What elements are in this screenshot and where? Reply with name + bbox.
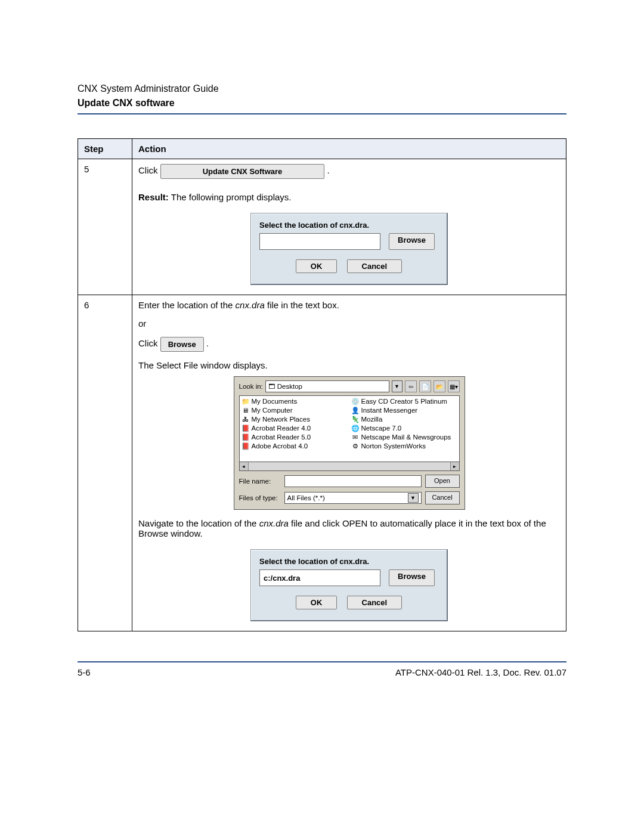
app-icon: 💿 <box>352 397 359 406</box>
browse-button[interactable]: Browse <box>160 337 204 352</box>
text: or <box>138 318 146 329</box>
folder-icon: 📁 <box>242 397 249 406</box>
up-folder-icon[interactable]: 📄 <box>419 380 431 392</box>
list-item[interactable]: 🖧My Network Places <box>242 415 347 424</box>
prompt-title: Select the location of cnx.dra. <box>259 557 438 566</box>
list-item[interactable]: 👤Instant Messenger <box>352 406 457 415</box>
text: . <box>206 338 209 348</box>
list-item-label: Easy CD Creator 5 Platinum <box>361 397 447 406</box>
app-icon: ⚙ <box>352 442 359 451</box>
list-item[interactable]: ⚙Norton SystemWorks <box>352 442 457 451</box>
table-row: 5 Click Update CNX Software . Result: Th… <box>78 159 566 295</box>
open-button[interactable]: Open <box>425 475 460 488</box>
filetype-label: Files of type: <box>239 494 281 501</box>
list-item[interactable]: 💿Easy CD Creator 5 Platinum <box>352 397 457 406</box>
scroll-left-icon[interactable]: ◂ <box>240 462 249 470</box>
list-item-label: Mozilla <box>361 415 383 424</box>
steps-table: Step Action 5 Click Update CNX Software … <box>78 138 566 631</box>
cancel-button[interactable]: Cancel <box>347 596 402 609</box>
list-item[interactable]: 📕Adobe Acrobat 4.0 <box>242 442 347 451</box>
list-item-label: Acrobat Reader 5.0 <box>252 433 311 442</box>
doc-info: ATP-CNX-040-01 Rel. 1.3, Doc. Rev. 01.07 <box>395 667 566 677</box>
step-action: Click Update CNX Software . Result: The … <box>132 159 566 295</box>
doc-header: CNX System Administrator Guide <box>78 83 566 94</box>
list-item[interactable]: 📁My Documents <box>242 397 347 406</box>
footer-rule <box>78 661 566 662</box>
filename-label: File name: <box>239 478 281 485</box>
list-item-label: Netscape Mail & Newsgroups <box>361 433 451 442</box>
text: Click <box>138 338 158 348</box>
list-item[interactable]: 📕Acrobat Reader 5.0 <box>242 433 347 442</box>
list-item[interactable]: ✉Netscape Mail & Newsgroups <box>352 433 457 442</box>
lookin-label: Look in: <box>239 383 263 390</box>
browse-button[interactable]: Browse <box>389 233 435 250</box>
step-action: Enter the location of the cnx.dra file i… <box>132 295 566 631</box>
back-icon[interactable]: ⇦ <box>405 380 417 392</box>
list-item-label: Netscape 7.0 <box>361 424 402 433</box>
list-item[interactable]: 🦎Mozilla <box>352 415 457 424</box>
filetype-value: All Files (*.*) <box>287 494 325 501</box>
filetype-select[interactable]: All Files (*.*) ▼ <box>284 492 422 504</box>
app-icon: 👤 <box>352 406 359 415</box>
list-item-label: Instant Messenger <box>361 406 418 415</box>
horizontal-scrollbar[interactable]: ◂ ▸ <box>239 462 460 471</box>
list-item-label: Acrobat Reader 4.0 <box>252 424 311 433</box>
page-footer: 5-6 ATP-CNX-040-01 Rel. 1.3, Doc. Rev. 0… <box>78 661 566 677</box>
select-location-prompt: Select the location of cnx.dra. Browse O… <box>250 213 448 285</box>
app-icon: 📕 <box>242 442 249 451</box>
app-icon: 🌐 <box>352 424 359 433</box>
page-number: 5-6 <box>78 667 91 677</box>
text: Click <box>138 165 158 175</box>
col-header-step: Step <box>78 139 132 159</box>
list-item-label: My Computer <box>252 406 293 415</box>
text-ital: cnx.dra <box>259 518 289 528</box>
text: The Select File window displays. <box>138 360 268 370</box>
result-label: Result: <box>138 192 169 202</box>
location-input[interactable] <box>259 569 380 586</box>
chevron-down-icon: ▼ <box>408 493 419 503</box>
cancel-button[interactable]: Cancel <box>347 259 402 273</box>
text: The following prompt displays. <box>169 192 292 202</box>
text: Enter the location of the <box>138 300 236 310</box>
views-icon[interactable]: ▦▾ <box>448 380 460 392</box>
desktop-icon: 🗔 <box>268 383 275 390</box>
list-item[interactable]: 🖥My Computer <box>242 406 347 415</box>
network-icon: 🖧 <box>242 415 249 424</box>
col-header-action: Action <box>132 139 566 159</box>
list-item-label: My Documents <box>252 397 298 406</box>
location-input[interactable] <box>259 233 380 250</box>
step-number: 6 <box>78 295 132 631</box>
table-row: 6 Enter the location of the cnx.dra file… <box>78 295 566 631</box>
filename-input[interactable] <box>284 475 422 487</box>
select-location-prompt-filled: Select the location of cnx.dra. Browse O… <box>250 549 448 621</box>
list-item-label: My Network Places <box>252 415 310 424</box>
list-item-label: Norton SystemWorks <box>361 442 426 451</box>
list-item-label: Adobe Acrobat 4.0 <box>252 442 308 451</box>
lookin-value: Desktop <box>277 383 302 390</box>
app-icon: ✉ <box>352 433 359 442</box>
ok-button[interactable]: OK <box>296 596 338 609</box>
browse-button[interactable]: Browse <box>389 569 435 586</box>
prompt-title: Select the location of cnx.dra. <box>259 221 438 230</box>
cancel-button[interactable]: Cancel <box>425 491 460 504</box>
lookin-field[interactable]: 🗔 Desktop <box>265 380 389 392</box>
computer-icon: 🖥 <box>242 406 249 415</box>
text: file in the text box. <box>265 300 339 310</box>
text: . <box>327 165 329 175</box>
lookin-dropdown-icon[interactable]: ▼ <box>392 380 402 392</box>
list-item[interactable]: 📕Acrobat Reader 4.0 <box>242 424 347 433</box>
file-list[interactable]: 📁My Documents 🖥My Computer 🖧My Network P… <box>239 395 460 462</box>
header-rule <box>78 113 566 114</box>
app-icon: 🦎 <box>352 415 359 424</box>
text-ital: cnx.dra <box>236 300 265 310</box>
scroll-right-icon[interactable]: ▸ <box>450 462 459 470</box>
step-number: 5 <box>78 159 132 295</box>
update-cnx-software-button[interactable]: Update CNX Software <box>160 164 325 179</box>
new-folder-icon[interactable]: 📂 <box>434 380 445 392</box>
ok-button[interactable]: OK <box>296 259 338 273</box>
text: Navigate to the location of the <box>138 518 259 528</box>
page-title: Update CNX software <box>78 98 566 109</box>
list-item[interactable]: 🌐Netscape 7.0 <box>352 424 457 433</box>
app-icon: 📕 <box>242 433 249 442</box>
app-icon: 📕 <box>242 424 249 433</box>
